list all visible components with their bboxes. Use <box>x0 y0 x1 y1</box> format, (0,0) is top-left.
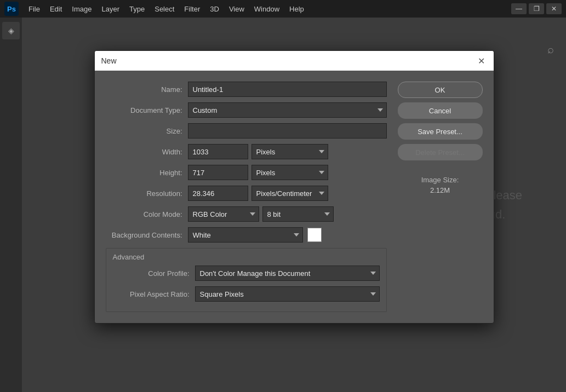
doc-type-label: Document Type: <box>106 106 188 114</box>
color-mode-select[interactable]: RGB Color Grayscale CMYK Color <box>188 206 259 222</box>
bg-color-swatch[interactable] <box>307 228 322 242</box>
main-area: ◈ r Lightroom photos, please in to Creat… <box>0 18 566 392</box>
save-preset-button[interactable]: Save Preset... <box>398 123 483 140</box>
color-profile-row: Color Profile: Don't Color Manage this D… <box>113 266 380 281</box>
sidebar-tool-1[interactable]: ◈ <box>2 22 20 39</box>
dialog-body: Name: Document Type: Custom Default Phot… <box>95 71 494 323</box>
new-document-dialog: New ✕ Name: Document Type: <box>94 50 494 324</box>
size-input[interactable] <box>188 123 387 139</box>
buttons-panel: OK Cancel Save Preset... Delete Preset..… <box>398 82 483 312</box>
title-bar-right: — ❐ ✕ <box>511 3 562 14</box>
pixel-aspect-row: Pixel Aspect Ratio: Square Pixels D1/DV … <box>113 286 380 302</box>
color-mode-label: Color Mode: <box>106 210 188 218</box>
image-size-label: Image Size: <box>398 176 483 184</box>
sidebar: ◈ <box>0 18 22 392</box>
form-area: Name: Document Type: Custom Default Phot… <box>106 82 387 312</box>
image-size-value: 2.12M <box>398 186 483 194</box>
color-mode-controls: RGB Color Grayscale CMYK Color 8 bit 16 … <box>188 206 334 222</box>
menu-file[interactable]: File <box>24 3 44 15</box>
height-input[interactable] <box>188 165 248 180</box>
menu-window[interactable]: Window <box>250 3 284 15</box>
height-row: Height: Pixels Inches Centimeters <box>106 165 387 180</box>
doc-type-row: Document Type: Custom Default Photoshop … <box>106 102 387 118</box>
content-area: r Lightroom photos, please in to Creativ… <box>22 18 566 392</box>
pixel-aspect-label: Pixel Aspect Ratio: <box>113 290 195 298</box>
resolution-input[interactable] <box>188 186 248 201</box>
resolution-row: Resolution: Pixels/Centimeter Pixels/Inc… <box>106 186 387 201</box>
name-input[interactable] <box>188 82 387 97</box>
width-label: Width: <box>106 148 188 156</box>
width-input[interactable] <box>188 144 248 159</box>
maximize-button[interactable]: ❐ <box>529 3 544 14</box>
delete-preset-button[interactable]: Delete Preset... <box>398 144 483 160</box>
ok-button[interactable]: OK <box>398 82 483 98</box>
pixel-aspect-select[interactable]: Square Pixels D1/DV NTSC (0.91) <box>195 286 380 302</box>
cancel-button[interactable]: Cancel <box>398 102 483 119</box>
modal-overlay: New ✕ Name: Document Type: <box>22 18 566 392</box>
advanced-title: Advanced <box>113 253 380 261</box>
height-unit-select[interactable]: Pixels Inches Centimeters <box>251 165 328 180</box>
menu-help[interactable]: Help <box>285 3 308 15</box>
title-bar: Ps File Edit Image Layer Type Select Fil… <box>0 0 566 18</box>
color-mode-row: Color Mode: RGB Color Grayscale CMYK Col… <box>106 206 387 222</box>
height-label: Height: <box>106 169 188 177</box>
menu-layer[interactable]: Layer <box>98 3 124 15</box>
title-bar-left: Ps File Edit Image Layer Type Select Fil… <box>4 2 308 16</box>
dialog-titlebar: New ✕ <box>95 51 494 71</box>
dialog-title: New <box>101 56 117 65</box>
bg-contents-select[interactable]: White Background Color Transparent <box>188 227 303 243</box>
width-row: Width: Pixels Inches Centimeters <box>106 144 387 159</box>
dialog-close-button[interactable]: ✕ <box>476 55 487 66</box>
name-row: Name: <box>106 82 387 97</box>
resolution-unit-select[interactable]: Pixels/Centimeter Pixels/Inch <box>251 186 328 201</box>
bg-contents-row: Background Contents: White Background Co… <box>106 227 387 243</box>
size-label: Size: <box>106 127 188 135</box>
menu-3d[interactable]: 3D <box>205 3 224 15</box>
color-profile-label: Color Profile: <box>113 269 195 278</box>
menu-type[interactable]: Type <box>125 3 149 15</box>
menu-image[interactable]: Image <box>67 3 96 15</box>
size-row: Size: <box>106 123 387 139</box>
menu-edit[interactable]: Edit <box>45 3 66 15</box>
bit-depth-select[interactable]: 8 bit 16 bit 32 bit <box>262 206 334 222</box>
advanced-section: Advanced Color Profile: Don't Color Mana… <box>106 248 387 312</box>
menu-bar: File Edit Image Layer Type Select Filter… <box>24 3 308 15</box>
menu-select[interactable]: Select <box>150 3 179 15</box>
name-label: Name: <box>106 85 188 94</box>
color-profile-select[interactable]: Don't Color Manage this Document sRGB IE… <box>195 266 380 281</box>
menu-view[interactable]: View <box>225 3 249 15</box>
menu-filter[interactable]: Filter <box>180 3 204 15</box>
width-unit-select[interactable]: Pixels Inches Centimeters <box>251 144 328 159</box>
minimize-button[interactable]: — <box>511 3 527 14</box>
doc-type-select[interactable]: Custom Default Photoshop Size Letter <box>188 102 387 118</box>
bg-contents-label: Background Contents: <box>106 231 188 239</box>
app-close-button[interactable]: ✕ <box>546 3 562 14</box>
image-size-panel: Image Size: 2.12M <box>398 176 483 194</box>
ps-logo: Ps <box>4 2 19 16</box>
resolution-label: Resolution: <box>106 189 188 198</box>
